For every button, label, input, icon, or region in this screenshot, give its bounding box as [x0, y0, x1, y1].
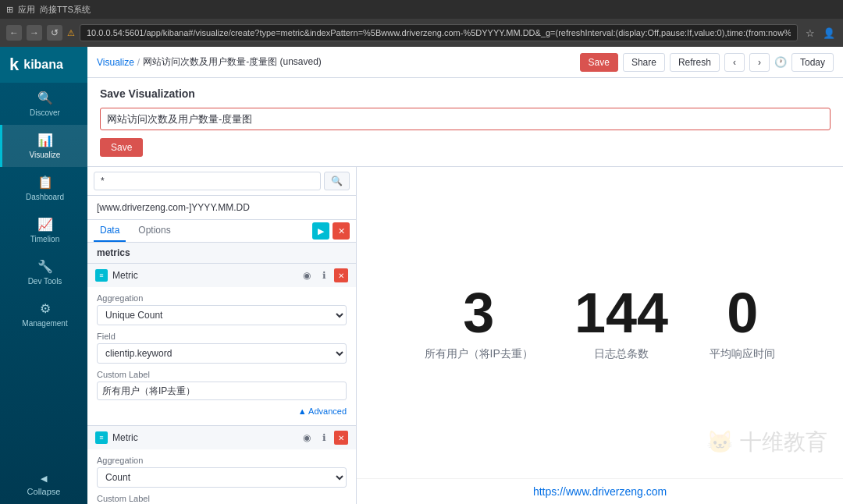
tab-options[interactable]: Options	[132, 220, 176, 242]
breadcrumb-current: 网站访问次数及用户数量-度量图 (unsaved)	[143, 55, 322, 69]
metric-name-3: 平均响应时间	[710, 347, 775, 361]
sidebar-item-visualize[interactable]: 📊 Visualize	[0, 125, 87, 167]
discover-icon: 🔍	[37, 91, 53, 105]
visualization-name-input[interactable]	[100, 108, 831, 130]
sidebar-nav: 🔍 Discover 📊 Visualize 📋 Dashboard 📈 Tim…	[0, 83, 87, 335]
os-bar-left: ⊞ 应用 尚接TTS系统	[6, 4, 91, 16]
browser-user-button[interactable]: 👤	[821, 25, 837, 41]
share-button[interactable]: Share	[623, 53, 665, 72]
app-container: k kibana 🔍 Discover 📊 Visualize 📋 Dashbo…	[0, 47, 843, 504]
browser-back-button[interactable]: ←	[6, 25, 22, 41]
right-panel: 3 所有用户（将IP去重） 144 日志总条数 0 平均响应时间	[357, 167, 843, 504]
panel-tabs: Data Options ▶ ✕	[87, 220, 356, 243]
devtools-icon: 🔧	[37, 259, 53, 274]
panel-tab-actions: ▶ ✕	[312, 222, 350, 240]
metric-body-2: Aggregation Count Custom Label ▲ Advance…	[87, 449, 356, 504]
metric-remove-1[interactable]: ✕	[334, 268, 348, 282]
metric-toggle-1[interactable]: ◉	[300, 268, 314, 282]
custom-label-label-2: Custom Label	[97, 494, 347, 503]
metric-controls-2: ◉ ℹ ✕	[300, 431, 348, 445]
os-taskbar: ⊞ 应用 尚接TTS系统	[0, 0, 843, 19]
metric-display-3: 0 平均响应时间	[710, 285, 775, 361]
sidebar-item-dashboard-label: Dashboard	[26, 193, 64, 201]
metric-name-1: 所有用户（将IP去重）	[425, 347, 533, 361]
kibana-logo-icon: k	[9, 55, 19, 75]
sidebar-item-timelion[interactable]: 📈 Timelion	[0, 209, 87, 251]
nav-next-button[interactable]: ›	[749, 53, 770, 72]
metric-remove-2[interactable]: ✕	[334, 431, 348, 445]
metric-value-3: 0	[727, 285, 758, 341]
left-panel: 🔍 [www.driverzeng.com-]YYYY.MM.DD Data O…	[87, 167, 357, 504]
search-button[interactable]: 🔍	[324, 172, 350, 190]
browser-url-bar[interactable]	[80, 24, 798, 41]
sidebar-item-timelion-label: Timelion	[30, 235, 59, 243]
metric-value-2: 144	[574, 285, 668, 341]
aggregation-label-1: Aggregation	[97, 293, 347, 303]
field-label-1: Field	[97, 332, 347, 341]
sidebar-collapse-button[interactable]: ◀ Collapse	[0, 466, 87, 504]
watermark: 🐱 十维教育	[706, 428, 827, 457]
breadcrumb-separator: /	[137, 57, 140, 68]
search-bar: 🔍	[87, 167, 356, 196]
breadcrumb-visualize-link[interactable]: Visualize	[97, 57, 134, 68]
metric-label-1: Metric	[112, 270, 295, 281]
aggregation-select-1[interactable]: Unique Count	[97, 305, 347, 325]
stop-button[interactable]: ✕	[333, 222, 350, 240]
viz-footer: https://www.driverzeng.com	[357, 478, 843, 504]
save-dialog-title: Save Visualization	[100, 87, 831, 100]
tab-data[interactable]: Data	[94, 220, 126, 242]
aggregation-select-2[interactable]: Count	[97, 467, 347, 488]
main-content: Visualize / 网站访问次数及用户数量-度量图 (unsaved) Sa…	[87, 47, 843, 504]
os-grid-icon[interactable]: ⊞	[6, 5, 13, 15]
today-button[interactable]: Today	[791, 53, 834, 72]
panel-section: metrics ≡ Metric ◉ ℹ ✕	[87, 243, 356, 504]
browser-forward-button[interactable]: →	[27, 25, 42, 41]
play-button[interactable]: ▶	[312, 222, 329, 240]
sidebar-item-management-label: Management	[22, 319, 67, 328]
security-icon: ⚠	[67, 28, 75, 38]
metric-icon-2: ≡	[95, 431, 108, 444]
management-icon: ⚙	[40, 301, 51, 316]
save-visualization-panel: Save Visualization Save	[87, 78, 843, 167]
search-input[interactable]	[94, 172, 321, 190]
save-dialog-save-button[interactable]: Save	[100, 138, 143, 157]
collapse-label: Collapse	[27, 487, 61, 496]
metric-display-1: 3 所有用户（将IP去重）	[425, 285, 533, 361]
field-select-1[interactable]: clientip.keyword	[97, 343, 347, 364]
dashboard-icon: 📋	[37, 175, 53, 190]
advanced-link-1[interactable]: ▲ Advanced	[97, 406, 347, 416]
top-bar: Visualize / 网站访问次数及用户数量-度量图 (unsaved) Sa…	[87, 47, 843, 78]
sidebar-item-discover[interactable]: 🔍 Discover	[0, 83, 87, 125]
custom-label-input-1[interactable]	[97, 382, 347, 400]
metric-value-1: 3	[463, 285, 494, 341]
sidebar-item-devtools[interactable]: 🔧 Dev Tools	[0, 251, 87, 293]
sidebar-item-devtools-label: Dev Tools	[28, 277, 62, 286]
metric-info-1[interactable]: ℹ	[317, 268, 331, 282]
save-button[interactable]: Save	[580, 53, 618, 72]
sidebar-item-dashboard[interactable]: 📋 Dashboard	[0, 167, 87, 209]
calendar-icon: 🕐	[774, 56, 787, 68]
sidebar-item-management[interactable]: ⚙ Management	[0, 293, 87, 335]
browser-bar: ← → ↺ ⚠ ☆ 👤	[0, 19, 843, 47]
metric-header-1: ≡ Metric ◉ ℹ ✕	[87, 264, 356, 287]
aggregation-label-2: Aggregation	[97, 456, 347, 465]
metric-body-1: Aggregation Unique Count Field clientip.…	[87, 287, 356, 425]
workspace: 🔍 [www.driverzeng.com-]YYYY.MM.DD Data O…	[87, 167, 843, 504]
metrics-display: 3 所有用户（将IP去重） 144 日志总条数 0 平均响应时间	[357, 254, 843, 392]
metric-toggle-2[interactable]: ◉	[300, 431, 314, 445]
footer-link[interactable]: https://www.driverzeng.com	[533, 485, 667, 498]
sidebar: k kibana 🔍 Discover 📊 Visualize 📋 Dashbo…	[0, 47, 87, 504]
sidebar-logo[interactable]: k kibana	[0, 47, 87, 83]
metric-name-2: 日志总条数	[594, 347, 649, 361]
refresh-button[interactable]: Refresh	[670, 53, 720, 72]
breadcrumb: Visualize / 网站访问次数及用户数量-度量图 (unsaved)	[97, 55, 322, 69]
kibana-logo-text: kibana	[23, 58, 63, 72]
nav-prev-button[interactable]: ‹	[724, 53, 745, 72]
metric-info-2[interactable]: ℹ	[317, 431, 331, 445]
top-bar-actions: Save Share Refresh ‹ › 🕐 Today	[580, 53, 834, 72]
browser-bookmark-button[interactable]: ☆	[802, 25, 818, 41]
metric-display-2: 144 日志总条数	[574, 285, 668, 361]
browser-reload-button[interactable]: ↺	[47, 25, 62, 41]
metric-block-2: ≡ Metric ◉ ℹ ✕ Aggregation Count	[87, 426, 356, 504]
sidebar-item-discover-label: Discover	[30, 108, 60, 117]
